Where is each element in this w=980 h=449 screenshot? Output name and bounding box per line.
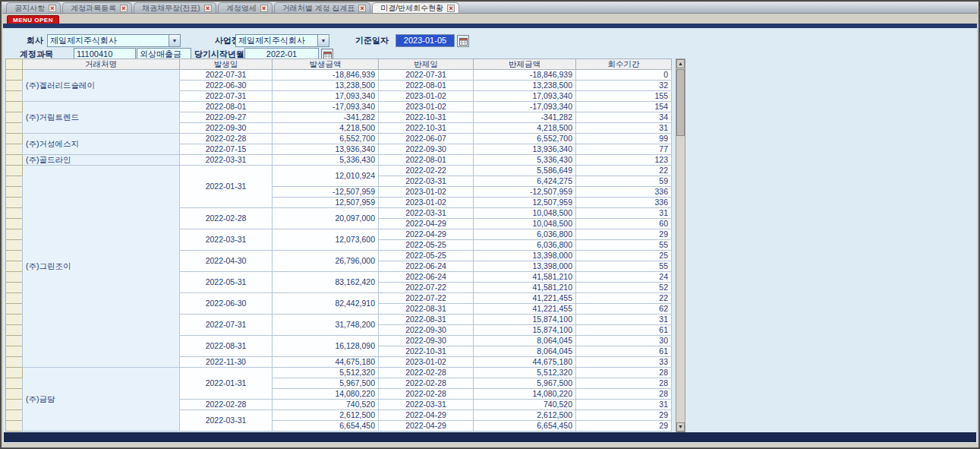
amount-cell[interactable]: 31 <box>576 208 672 219</box>
amount-cell[interactable]: -17,093,340 <box>273 102 379 112</box>
date-cell[interactable]: 2022-08-31 <box>379 315 474 325</box>
date-cell[interactable]: 2022-06-07 <box>379 134 474 144</box>
amount-cell[interactable]: 5,586,649 <box>474 166 576 176</box>
date-cell[interactable]: 2022-09-30 <box>379 336 474 346</box>
amount-cell[interactable]: -18,846,939 <box>273 70 379 81</box>
amount-cell[interactable]: -341,282 <box>474 112 576 123</box>
tab-4[interactable]: 계정명세× <box>218 2 273 13</box>
date-cell[interactable]: 2023-01-02 <box>379 187 474 198</box>
date-cell[interactable]: 2022-05-25 <box>379 240 474 251</box>
amount-cell[interactable]: 10,048,500 <box>474 219 576 229</box>
amount-cell[interactable]: 44,675,180 <box>273 357 379 368</box>
amount-cell[interactable]: 26,796,000 <box>273 251 379 272</box>
row-selector[interactable] <box>6 123 23 134</box>
scroll-down-button[interactable]: ▼ <box>676 422 685 432</box>
amount-cell[interactable]: 60 <box>576 219 672 229</box>
row-selector[interactable] <box>6 283 23 293</box>
column-header-6[interactable]: 회수기간 <box>576 59 672 70</box>
amount-cell[interactable]: -17,093,340 <box>474 102 576 112</box>
date-cell[interactable]: 2022-10-31 <box>379 112 474 123</box>
amount-cell[interactable]: 2,612,500 <box>474 410 576 421</box>
amount-cell[interactable]: 33 <box>576 357 672 368</box>
tab-2[interactable]: 계정과목등록× <box>62 2 132 13</box>
amount-cell[interactable]: 8,064,045 <box>474 336 576 346</box>
row-selector[interactable] <box>6 346 23 357</box>
customer-cell[interactable]: (주)골드라인 <box>23 155 180 166</box>
amount-cell[interactable]: 29 <box>576 421 672 432</box>
calendar-icon[interactable] <box>457 35 469 47</box>
date-cell[interactable]: 2022-06-24 <box>379 261 474 272</box>
amount-cell[interactable]: 5,967,500 <box>273 378 379 389</box>
amount-cell[interactable]: 5,512,320 <box>474 368 576 378</box>
tab-close-icon[interactable]: × <box>204 5 212 12</box>
row-selector[interactable] <box>6 261 23 272</box>
amount-cell[interactable]: 6,654,450 <box>273 421 379 432</box>
amount-cell[interactable]: 41,581,210 <box>474 272 576 283</box>
scroll-up-button[interactable]: ▲ <box>676 59 685 68</box>
date-cell[interactable]: 2022-06-30 <box>180 293 273 315</box>
tab-1[interactable]: 공지사항× <box>6 2 61 13</box>
date-cell[interactable]: 2022-03-31 <box>379 400 474 410</box>
tab-close-icon[interactable]: × <box>120 5 128 12</box>
row-selector[interactable] <box>6 421 23 432</box>
date-cell[interactable]: 2022-08-01 <box>379 155 474 166</box>
amount-cell[interactable]: 13,936,340 <box>273 144 379 155</box>
row-selector[interactable] <box>6 389 23 400</box>
amount-cell[interactable]: 2,612,500 <box>273 410 379 421</box>
amount-cell[interactable]: 4,218,500 <box>474 123 576 134</box>
amount-cell[interactable]: 6,654,450 <box>474 421 576 432</box>
row-selector[interactable] <box>6 251 23 261</box>
row-selector[interactable] <box>6 112 23 123</box>
amount-cell[interactable]: 12,073,600 <box>273 229 379 251</box>
site-select[interactable]: 제일제지주식회사 ▼ <box>235 34 329 47</box>
amount-cell[interactable]: 13,398,000 <box>474 261 576 272</box>
column-header-1[interactable]: 거래처명 <box>23 59 180 70</box>
date-cell[interactable]: 2022-07-31 <box>180 70 273 81</box>
date-cell[interactable]: 2022-02-28 <box>379 368 474 378</box>
amount-cell[interactable]: 6,036,800 <box>474 240 576 251</box>
amount-cell[interactable]: 6,552,700 <box>273 134 379 144</box>
row-selector[interactable] <box>6 315 23 325</box>
date-cell[interactable]: 2022-04-29 <box>379 421 474 432</box>
amount-cell[interactable]: -341,282 <box>273 112 379 123</box>
amount-cell[interactable]: 31 <box>576 315 672 325</box>
date-cell[interactable]: 2022-04-29 <box>379 219 474 229</box>
date-cell[interactable]: 2022-09-27 <box>180 112 273 123</box>
row-selector[interactable] <box>6 81 23 91</box>
amount-cell[interactable]: 61 <box>576 325 672 336</box>
date-cell[interactable]: 2022-04-29 <box>379 229 474 240</box>
amount-cell[interactable]: -12,507,959 <box>474 187 576 198</box>
row-selector[interactable] <box>6 208 23 219</box>
vertical-scrollbar[interactable]: ▲ ▼ <box>676 58 685 432</box>
date-cell[interactable]: 2022-03-31 <box>379 208 474 219</box>
chevron-down-icon[interactable]: ▼ <box>169 35 180 46</box>
amount-cell[interactable]: -12,507,959 <box>273 187 379 198</box>
row-selector[interactable] <box>6 325 23 336</box>
amount-cell[interactable]: 15,874,100 <box>474 315 576 325</box>
date-cell[interactable]: 2023-01-02 <box>379 102 474 112</box>
amount-cell[interactable]: 5,967,500 <box>474 378 576 389</box>
amount-cell[interactable]: 22 <box>576 166 672 176</box>
amount-cell[interactable]: 55 <box>576 240 672 251</box>
amount-cell[interactable]: 155 <box>576 91 672 102</box>
amount-cell[interactable]: 28 <box>576 389 672 400</box>
row-selector[interactable] <box>6 198 23 208</box>
row-selector[interactable] <box>6 304 23 315</box>
amount-cell[interactable]: 740,520 <box>273 400 379 410</box>
row-selector[interactable] <box>6 240 23 251</box>
amount-cell[interactable]: 16,128,090 <box>273 336 379 357</box>
row-selector[interactable] <box>6 378 23 389</box>
amount-cell[interactable]: 99 <box>576 134 672 144</box>
amount-cell[interactable]: 5,336,430 <box>273 155 379 166</box>
row-selector[interactable] <box>6 134 23 144</box>
date-cell[interactable]: 2022-07-22 <box>379 283 474 293</box>
amount-cell[interactable]: 31 <box>576 123 672 134</box>
date-cell[interactable]: 2022-07-22 <box>379 293 474 304</box>
amount-cell[interactable]: 28 <box>576 368 672 378</box>
amount-cell[interactable]: 82,442,910 <box>273 293 379 315</box>
date-cell[interactable]: 2023-01-02 <box>379 91 474 102</box>
date-cell[interactable]: 2022-03-31 <box>379 176 474 187</box>
amount-cell[interactable]: 20,097,000 <box>273 208 379 229</box>
amount-cell[interactable]: 6,424,275 <box>474 176 576 187</box>
date-cell[interactable]: 2022-02-28 <box>379 389 474 400</box>
